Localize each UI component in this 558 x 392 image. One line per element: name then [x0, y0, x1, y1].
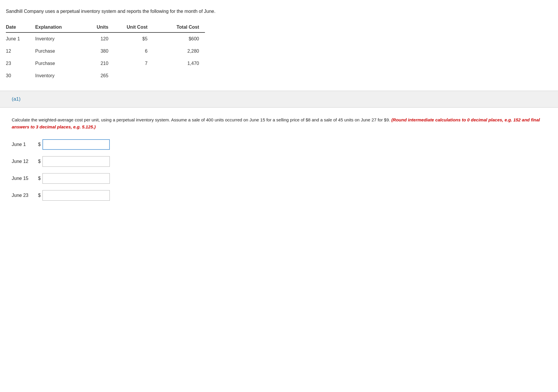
cell-explanation: Purchase [35, 57, 87, 70]
cell-unit-cost: 7 [120, 57, 159, 70]
input-row-june-1: June 1$ [12, 139, 546, 150]
cell-units: 210 [88, 57, 120, 70]
table-row: June 1Inventory120$5$600 [6, 32, 205, 45]
cell-unit-cost [120, 70, 159, 82]
cell-date: 23 [6, 57, 35, 70]
cell-total-cost [159, 70, 205, 82]
input-row-june-12: June 12$ [12, 156, 546, 167]
input-row-june-23: June 23$ [12, 190, 546, 201]
inputs-container: June 1$June 12$June 15$June 23$ [12, 139, 546, 201]
answer-input-june-1[interactable] [42, 139, 110, 150]
input-row-june-15: June 15$ [12, 173, 546, 184]
header-unit-cost: Unit Cost [120, 22, 159, 32]
input-label-2: June 15 [12, 176, 38, 181]
answer-input-june-12[interactable] [42, 156, 110, 167]
input-label-1: June 12 [12, 159, 38, 164]
dollar-sign-3: $ [38, 193, 41, 198]
top-section: Sandhill Company uses a perpetual invent… [0, 0, 558, 91]
cell-total-cost: 2,280 [159, 45, 205, 57]
description-plain: Calculate the weighted-average cost per … [12, 117, 391, 122]
cell-explanation: Inventory [35, 70, 87, 82]
section-description: Calculate the weighted-average cost per … [12, 116, 546, 130]
cell-units: 380 [88, 45, 120, 57]
dollar-sign-2: $ [38, 176, 41, 181]
header-explanation: Explanation [35, 22, 87, 32]
answer-input-june-23[interactable] [42, 190, 110, 201]
table-row: 30Inventory265 [6, 70, 205, 82]
cell-date: 12 [6, 45, 35, 57]
header-units: Units [88, 22, 120, 32]
dollar-sign-1: $ [38, 159, 41, 164]
table-row: 23Purchase21071,470 [6, 57, 205, 70]
dollar-sign-0: $ [38, 142, 41, 147]
answer-input-june-15[interactable] [42, 173, 110, 184]
section-body: Calculate the weighted-average cost per … [0, 108, 558, 216]
cell-total-cost: $600 [159, 32, 205, 45]
cell-explanation: Inventory [35, 32, 87, 45]
cell-total-cost: 1,470 [159, 57, 205, 70]
table-row: 12Purchase38062,280 [6, 45, 205, 57]
header-date: Date [6, 22, 35, 32]
cell-unit-cost: 6 [120, 45, 159, 57]
cell-units: 120 [88, 32, 120, 45]
cell-explanation: Purchase [35, 45, 87, 57]
cell-date: 30 [6, 70, 35, 82]
cell-units: 265 [88, 70, 120, 82]
inventory-table: Date Explanation Units Unit Cost Total C… [6, 22, 205, 82]
header-total-cost: Total Cost [159, 22, 205, 32]
intro-text: Sandhill Company uses a perpetual invent… [6, 9, 546, 14]
cell-unit-cost: $5 [120, 32, 159, 45]
input-label-0: June 1 [12, 142, 38, 147]
cell-date: June 1 [6, 32, 35, 45]
input-label-3: June 23 [12, 193, 38, 198]
section-a1-label: (a1) [12, 96, 20, 102]
section-a1-header: (a1) [0, 91, 558, 107]
